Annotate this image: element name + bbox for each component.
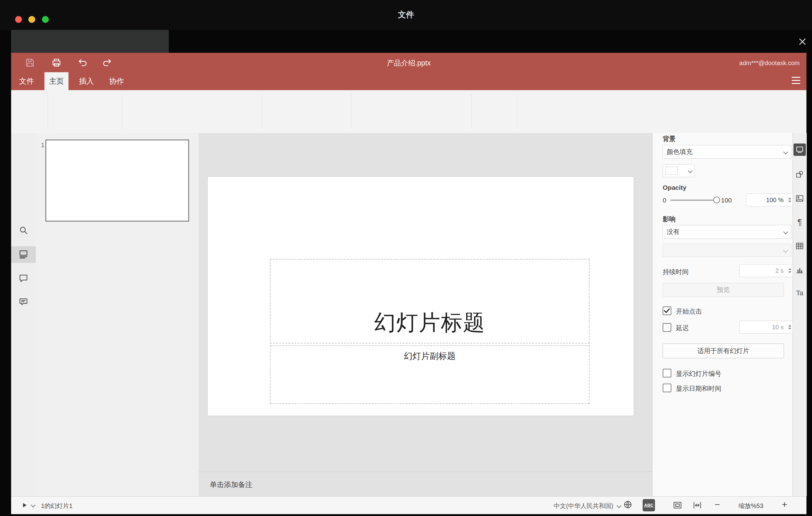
- chat-icon: [19, 297, 28, 307]
- effect-type-select-disabled: [663, 244, 791, 257]
- tab-label: 文件: [19, 76, 34, 86]
- document-language-button[interactable]: [622, 499, 633, 510]
- tab-home[interactable]: 主页: [45, 72, 68, 90]
- editor-canvas[interactable]: 幻灯片标题 幻灯片副标题: [199, 133, 652, 471]
- opacity-label: Opacity: [663, 184, 687, 191]
- notes-placeholder: 单击添加备注: [210, 480, 252, 489]
- slide-subtitle-text: 幻灯片副标题: [404, 350, 456, 362]
- show-slide-number-checkbox[interactable]: [663, 369, 671, 377]
- zoom-out-button[interactable]: −: [712, 499, 723, 510]
- fit-to-width-button[interactable]: [692, 500, 702, 511]
- slide-canvas[interactable]: 幻灯片标题 幻灯片副标题: [208, 177, 634, 416]
- status-bar: 1的幻灯片1 中文(中华人民共和国) ABC − 缩放%53 +: [11, 496, 807, 514]
- slide-number: 1: [41, 142, 45, 149]
- left-sidebar: [11, 133, 36, 496]
- delay-label: 延迟: [676, 324, 689, 333]
- slide-settings-panel: 背景 颜色填充 Opacity 0 100 100 % 影响 没有 持续时间 2…: [652, 133, 793, 496]
- window-title: 文件: [0, 9, 812, 20]
- comment-icon: [19, 274, 28, 283]
- zoom-level[interactable]: 缩放%53: [730, 502, 772, 510]
- tab-collaboration[interactable]: 协作: [106, 72, 128, 90]
- opacity-max: 100: [721, 197, 732, 204]
- slide-indicator: 1的幻灯片1: [41, 502, 72, 510]
- spinner: [788, 325, 791, 329]
- background-fill-select[interactable]: 颜色填充: [663, 145, 791, 159]
- opacity-min: 0: [663, 197, 666, 204]
- shape-settings-icon: [795, 170, 804, 179]
- preview-button-disabled: 预览: [663, 283, 784, 296]
- chevron-down-icon: [783, 229, 788, 234]
- fit-to-slide-button[interactable]: [672, 500, 683, 511]
- tab-label: 协作: [109, 76, 124, 86]
- title-placeholder[interactable]: 幻灯片标题: [270, 259, 589, 343]
- duration-label: 持续时间: [663, 267, 689, 276]
- slide-thumbnails-panel: 1: [36, 133, 199, 496]
- paragraph-icon: ¶: [798, 218, 802, 227]
- presentation-editor-window: 产品介绍.pptx adm***@dootask.com 文件 主页 插入 协作…: [11, 53, 807, 514]
- notes-area[interactable]: 单击添加备注: [199, 471, 652, 496]
- opacity-slider-track[interactable]: [670, 200, 717, 201]
- chevron-down-icon: [688, 168, 693, 173]
- spellcheck-icon: ABC: [644, 503, 654, 508]
- spinner: [788, 268, 791, 273]
- spinner[interactable]: [788, 198, 791, 202]
- start-on-click-label: 开始点击: [676, 307, 702, 316]
- start-on-click-checkbox[interactable]: [663, 307, 671, 315]
- show-date-time-label: 显示日期和时间: [676, 384, 721, 393]
- fit-width-icon: [692, 500, 702, 510]
- tab-file[interactable]: 文件: [16, 72, 38, 90]
- apply-to-all-slides-button[interactable]: 适用于所有幻灯片: [663, 343, 784, 358]
- search-icon: [19, 225, 28, 235]
- show-date-time-checkbox[interactable]: [663, 383, 671, 392]
- tab-label: 插入: [79, 76, 94, 86]
- hamburger-icon: [792, 77, 800, 78]
- chart-icon: [795, 266, 804, 274]
- tab-insert[interactable]: 插入: [75, 72, 97, 90]
- show-slide-number-label: 显示幻灯片编号: [676, 369, 721, 378]
- chart-settings-tab[interactable]: [795, 265, 804, 275]
- table-icon: [795, 242, 804, 250]
- slides-panel-button[interactable]: [19, 249, 29, 260]
- play-icon: [20, 501, 28, 509]
- color-swatch: [665, 167, 678, 175]
- opacity-value-input[interactable]: 100 %: [746, 194, 794, 206]
- background-label: 背景: [663, 135, 676, 143]
- image-settings-tab[interactable]: [795, 194, 804, 203]
- start-slideshow-status-button[interactable]: [19, 500, 30, 511]
- slides-icon: [19, 249, 28, 259]
- language-selector[interactable]: 中文(中华人民共和国): [554, 502, 613, 510]
- close-button[interactable]: [797, 36, 808, 47]
- chevron-down-icon: [783, 248, 788, 253]
- slide-title-text: 幻灯片标题: [374, 308, 485, 337]
- image-settings-icon: [795, 194, 804, 203]
- slide-thumbnail-1[interactable]: [45, 140, 189, 222]
- table-settings-tab[interactable]: [795, 241, 804, 251]
- chevron-down-icon: [783, 149, 788, 154]
- text-art-icon: Ta: [796, 289, 803, 297]
- slide-settings-tab-active[interactable]: [793, 144, 806, 156]
- opacity-slider-knob[interactable]: [713, 197, 720, 203]
- comments-button[interactable]: [19, 274, 29, 284]
- background-app-remnant: [11, 30, 169, 53]
- home-toolbar: 添加幻灯片 A A Aa B I U S A²: [11, 90, 807, 133]
- document-title: 产品介绍.pptx: [11, 58, 807, 68]
- spellcheck-toggle[interactable]: ABC: [643, 499, 655, 511]
- search-button[interactable]: [19, 225, 29, 236]
- feedback-button[interactable]: [19, 297, 29, 308]
- fit-slide-icon: [672, 500, 683, 510]
- zoom-in-button[interactable]: +: [779, 499, 790, 510]
- right-sidebar: ¶ Ta: [792, 133, 807, 496]
- delay-checkbox[interactable]: [663, 323, 671, 332]
- paragraph-settings-tab[interactable]: ¶: [795, 218, 804, 227]
- menu-button[interactable]: [792, 77, 800, 84]
- text-art-settings-tab[interactable]: Ta: [795, 289, 804, 298]
- background-color-swatch-select[interactable]: [663, 164, 695, 177]
- subtitle-placeholder[interactable]: 幻灯片副标题: [270, 345, 589, 404]
- effect-label: 影响: [663, 215, 676, 224]
- effect-select[interactable]: 没有: [663, 225, 791, 238]
- chevron-down-icon: [31, 503, 36, 508]
- globe-icon: [623, 500, 633, 510]
- account-email: adm***@dootask.com: [739, 60, 800, 67]
- delay-input-disabled: 10 s: [739, 321, 794, 334]
- shape-settings-tab[interactable]: [795, 170, 804, 179]
